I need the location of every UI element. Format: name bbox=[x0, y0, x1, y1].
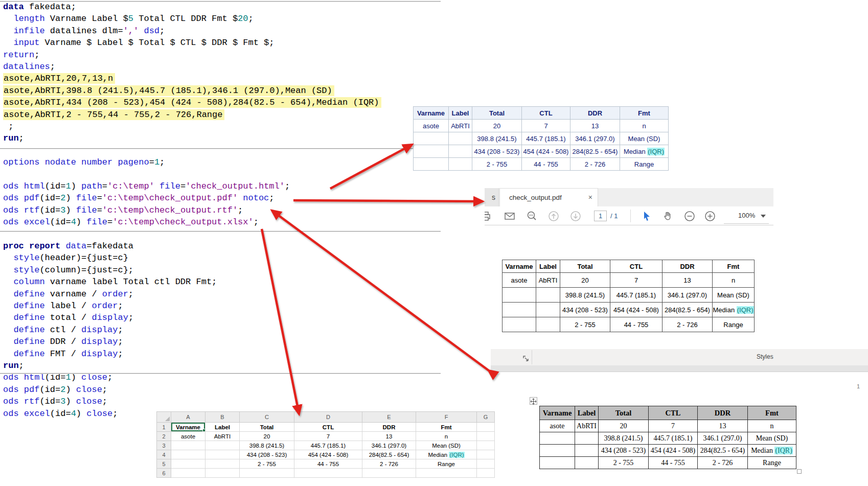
excel-cell-A1[interactable]: Varname bbox=[171, 423, 205, 432]
excel-cell-A4[interactable] bbox=[171, 450, 205, 459]
excel-cell-E1[interactable]: DDR bbox=[362, 423, 416, 432]
table-cell: 434 (208 - 523) bbox=[560, 303, 610, 317]
table-cell: 13 bbox=[570, 120, 620, 132]
excel-cell-B1[interactable]: Label bbox=[205, 423, 240, 432]
excel-column-header[interactable]: E bbox=[362, 412, 416, 423]
code-line: datalines; bbox=[3, 61, 55, 73]
excel-cell-D4[interactable]: 454 (424 - 508) bbox=[294, 450, 362, 459]
editor-section-divider bbox=[0, 373, 441, 374]
excel-cell-D1[interactable]: CTL bbox=[294, 423, 362, 432]
code-line: ods rtf(id=3) close; bbox=[3, 396, 107, 407]
excel-cell-F5[interactable]: Range bbox=[416, 459, 477, 469]
excel-cell-C6[interactable] bbox=[240, 469, 294, 478]
search-icon[interactable] bbox=[526, 211, 537, 222]
excel-cell-F6[interactable] bbox=[416, 469, 477, 478]
excel-cell-G6[interactable] bbox=[477, 469, 495, 478]
excel-cell-F3[interactable]: Mean (SD) bbox=[416, 441, 477, 450]
table-cell: 398.8 (241.5) bbox=[599, 432, 649, 445]
excel-cell-D5[interactable]: 44 - 755 bbox=[294, 459, 362, 469]
excel-cell-E6[interactable] bbox=[362, 469, 416, 478]
excel-cell-B3[interactable] bbox=[205, 441, 240, 450]
excel-cell-E5[interactable]: 2 - 726 bbox=[362, 459, 416, 469]
excel-row-header[interactable]: 5 bbox=[157, 459, 171, 469]
column-header: Label bbox=[575, 406, 599, 420]
excel-cell-B2[interactable]: AbRTI bbox=[205, 432, 240, 441]
code-line: asote,AbRTI,398.8 (241.5),445.7 (185.1),… bbox=[3, 85, 334, 97]
toolbar-separator bbox=[630, 210, 631, 222]
excel-row-header[interactable]: 6 bbox=[157, 469, 171, 478]
table-resize-handle[interactable] bbox=[797, 469, 802, 474]
page-number-input[interactable]: 1 bbox=[594, 211, 607, 221]
table-cell bbox=[540, 432, 575, 445]
table-cell: asote bbox=[414, 120, 449, 132]
excel-cell-C5[interactable]: 2 - 755 bbox=[240, 459, 294, 469]
excel-cell-G5[interactable] bbox=[477, 459, 495, 469]
highlighted-dataline: asote,AbRTI,434 (208 - 523),454 (424 - 5… bbox=[3, 97, 381, 108]
pdf-tab-active[interactable]: check_output.pdf × bbox=[499, 188, 598, 206]
zoom-in-icon[interactable] bbox=[704, 211, 716, 222]
excel-cell-F4[interactable]: Median (IQR) bbox=[416, 450, 477, 459]
excel-row-header[interactable]: 1 bbox=[157, 423, 171, 432]
table-cell: 346.1 (297.0) bbox=[570, 132, 620, 145]
excel-row-header[interactable]: 2 bbox=[157, 432, 171, 441]
excel-cell-F2[interactable]: n bbox=[416, 432, 477, 441]
table-cell: 7 bbox=[522, 120, 570, 132]
excel-cell-G4[interactable] bbox=[477, 450, 495, 459]
hand-tool-icon[interactable] bbox=[662, 211, 673, 222]
excel-cell-B4[interactable] bbox=[205, 450, 240, 459]
excel-column-header[interactable]: C bbox=[240, 412, 294, 423]
column-header: Varname bbox=[502, 260, 536, 273]
excel-cell-D6[interactable] bbox=[294, 469, 362, 478]
excel-column-header[interactable]: F bbox=[416, 412, 477, 423]
select-all-corner[interactable] bbox=[157, 412, 171, 423]
table-move-handle[interactable] bbox=[530, 397, 537, 405]
excel-cell-F1[interactable]: Fmt bbox=[416, 423, 477, 432]
excel-row: 2asoteAbRTI20713n bbox=[157, 432, 495, 441]
excel-cell-C4[interactable]: 434 (208 - 523) bbox=[240, 450, 294, 459]
print-icon[interactable] bbox=[485, 211, 491, 222]
excel-cell-E2[interactable]: 13 bbox=[362, 432, 416, 441]
html-table: VarnameLabelTotalCTLDDRFmtasoteAbRTI2071… bbox=[413, 106, 669, 171]
excel-row-header[interactable]: 4 bbox=[157, 450, 171, 459]
tab-close-icon[interactable]: × bbox=[588, 189, 592, 206]
excel-cell-B5[interactable] bbox=[205, 459, 240, 469]
table-cell: 7 bbox=[610, 273, 663, 288]
excel-cell-G2[interactable] bbox=[477, 432, 495, 441]
excel-column-header[interactable]: G bbox=[477, 412, 495, 423]
excel-cell-A3[interactable] bbox=[171, 441, 205, 450]
page-down-icon[interactable] bbox=[570, 211, 581, 222]
dialog-launcher-icon[interactable] bbox=[522, 355, 530, 362]
zoom-out-icon[interactable] bbox=[684, 211, 695, 222]
code-line: input Varname $ Label $ Total $ CTL $ DD… bbox=[3, 37, 275, 49]
excel-cell-G1[interactable] bbox=[477, 423, 495, 432]
excel-cell-C1[interactable]: Total bbox=[240, 423, 294, 432]
zoom-level-dropdown[interactable]: 100% bbox=[724, 209, 769, 224]
excel-column-header[interactable]: B bbox=[205, 412, 240, 423]
excel-cell-E4[interactable]: 284(82.5 - 654) bbox=[362, 450, 416, 459]
table-cell: Mean (SD) bbox=[748, 432, 796, 445]
excel-cell-D2[interactable]: 7 bbox=[294, 432, 362, 441]
excel-row: 3398.8 (241.5)445.7 (185.1)346.1 (297.0)… bbox=[157, 441, 495, 450]
sas-code-editor[interactable]: data fakedata; length Varname Label $5 T… bbox=[0, 0, 450, 422]
excel-cell-C3[interactable]: 398.8 (241.5) bbox=[240, 441, 294, 450]
page-up-icon[interactable] bbox=[548, 211, 559, 222]
excel-row-header[interactable]: 3 bbox=[157, 441, 171, 450]
column-header: CTL bbox=[522, 107, 570, 120]
excel-column-header[interactable]: A bbox=[171, 412, 205, 423]
excel-column-header[interactable]: D bbox=[294, 412, 362, 423]
select-cursor-icon[interactable] bbox=[642, 211, 653, 222]
excel-cell-D3[interactable]: 445.7 (185.1) bbox=[294, 441, 362, 450]
table-cell: 2 - 755 bbox=[599, 457, 649, 469]
excel-cell-A5[interactable] bbox=[171, 459, 205, 469]
table-row: asoteAbRTI20713n bbox=[540, 420, 796, 432]
excel-cell-G3[interactable] bbox=[477, 441, 495, 450]
excel-cell-A2[interactable]: asote bbox=[171, 432, 205, 441]
pdf-tab-fragment[interactable]: s bbox=[485, 188, 499, 206]
email-icon[interactable] bbox=[504, 211, 515, 222]
excel-cell-C2[interactable]: 20 bbox=[240, 432, 294, 441]
table-cell: 434 (208 - 523) bbox=[599, 445, 649, 457]
excel-cell-A6[interactable] bbox=[171, 469, 205, 478]
excel-cell-B6[interactable] bbox=[205, 469, 240, 478]
excel-cell-E3[interactable]: 346.1 (297.0) bbox=[362, 441, 416, 450]
code-line: define DDR / display; bbox=[3, 336, 123, 348]
